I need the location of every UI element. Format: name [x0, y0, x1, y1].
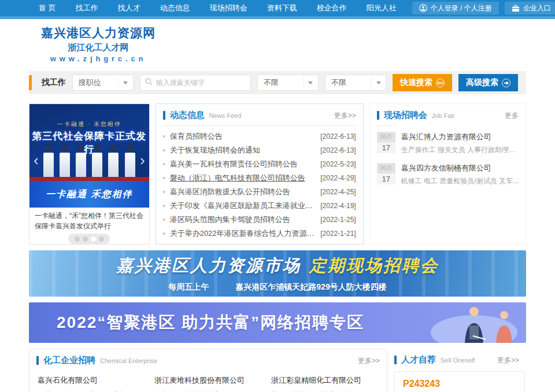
news-more-link[interactable]: 更多>> — [334, 111, 356, 121]
keyword-input-wrap — [140, 75, 251, 91]
banner2-illustration — [405, 302, 520, 343]
slide-banner-text: 一卡融通 禾您相伴 — [46, 188, 132, 201]
news-item[interactable]: 嘉兴美一瓦科技有限责任公司招聘公告 [2022-5-23] — [163, 157, 356, 171]
news-item-date: [2022-1-25] — [320, 216, 356, 224]
briefcase-icon — [512, 5, 520, 12]
carousel-dot[interactable] — [83, 236, 88, 242]
job-fair-subtitle: Job Fair — [432, 112, 505, 119]
chemical-title: 化工企业招聘 — [43, 355, 95, 366]
badge-day: 17 — [377, 173, 395, 184]
blue-accent-bar — [163, 111, 165, 120]
news-item-title: 关于恢复现场招聘会的通知 — [170, 145, 316, 156]
carousel-prev-arrow[interactable]: ‹ — [34, 153, 39, 168]
chemical-company[interactable]: 浙江彩皇精细化工有限公司 普工（制造科） 营业担当 — [271, 375, 379, 392]
news-item[interactable]: 关于举办2022年港区新春综合性人力资源暨春风... [2022-1-21] — [163, 227, 356, 241]
search-icon — [145, 77, 153, 88]
job-fair-more-link[interactable]: 更多 — [505, 111, 519, 121]
personal-login-button[interactable]: 个人登录 / 个人注册 — [412, 2, 499, 14]
job-fair-item[interactable]: 06月 17 嘉兴四方友信制桶有限公司 机修工 电工 质量检验员/测试员 叉车.… — [377, 163, 519, 186]
news-item-title: 关于印发《嘉兴港区鼓励新员工来港就业补助操作... — [170, 201, 316, 211]
chemical-company[interactable]: 嘉兴石化有限公司 工艺员 设备管理 门卫（残疾工） — [38, 375, 145, 392]
news-item-title: 关于举办2022年港区新春综合性人力资源暨春风... — [170, 228, 316, 239]
news-item-highlighted[interactable]: 磐动（浙江）电气科技有限公司招聘公告 [2022-4-29] — [163, 171, 356, 185]
search-bar: 找工作 搜职位 不限 不限 快速搜索 GO 高级搜索 ➜ — [29, 71, 526, 94]
banner1-schedule: 每周五上午 — [168, 282, 209, 293]
chemical-company[interactable]: 浙江麦堆科技股份有限公司 销售专员 会计 土建主管 — [154, 375, 262, 392]
filter-select-2[interactable]: 不限 — [325, 75, 386, 91]
slide-banner-strip: 一卡融通 禾您相伴 — [29, 181, 149, 208]
candidate-card[interactable]: P243243 男 ｜ 嘉兴市->嘉兴港区 ｜ 八年以上 — [394, 371, 525, 392]
search-category-value: 搜职位 — [73, 77, 118, 88]
advanced-search-button[interactable]: 高级搜索 ➜ — [458, 74, 518, 91]
chemical-company-grid: 嘉兴石化有限公司 工艺员 设备管理 门卫（残疾工） 浙江麦堆科技股份有限公司 销… — [29, 371, 387, 392]
self-rec-more-link[interactable]: 更多>> — [497, 356, 519, 365]
online-recruitment-banner[interactable]: 2022“智聚港区 助力共富”网络招聘专区 — [29, 302, 526, 343]
company-name[interactable]: 浙江彩皇精细化工有限公司 — [271, 375, 379, 386]
news-item-title: 港区码头范围内集卡驾驶员招聘公告 — [170, 215, 316, 225]
bullet-icon — [163, 191, 165, 193]
fair-company-name[interactable]: 嘉兴汇博人力资源有限公司 — [401, 132, 519, 142]
nav-news[interactable]: 动态信息 — [150, 3, 200, 13]
fair-company-jobs: 机修工 电工 质量检验员/测试员 叉车... — [401, 176, 519, 186]
news-item-date: [2022-5-23] — [320, 160, 356, 168]
nav-school-cooperation[interactable]: 校企合作 — [307, 3, 357, 13]
carousel-dots — [68, 234, 110, 244]
filter-select-1[interactable]: 不限 — [257, 75, 319, 91]
enterprise-entry-label: 企业入口 — [523, 3, 551, 13]
company-name[interactable]: 浙江麦堆科技股份有限公司 — [154, 375, 262, 386]
candidate-id[interactable]: P243243 — [403, 379, 516, 389]
nav-downloads[interactable]: 资料下载 — [257, 3, 307, 13]
site-logo[interactable]: 嘉兴港区人力资源网 浙江化工人才网 www.zjhgrc.cn — [32, 25, 165, 63]
search-section-label: 找工作 — [42, 77, 66, 88]
banner1-title-yellow: 定期现场招聘会 — [309, 254, 439, 278]
orange-accent-bar — [29, 75, 32, 90]
news-list: 保育员招聘公告 [2022-6-13] 关于恢复现场招聘会的通知 [2022-6… — [156, 126, 363, 241]
carousel-next-arrow[interactable]: › — [140, 153, 145, 168]
company-name[interactable]: 嘉兴石化有限公司 — [38, 375, 145, 386]
nav-find-job[interactable]: 找工作 — [66, 3, 108, 13]
news-item[interactable]: 关于印发《嘉兴港区鼓励新员工来港就业补助操作... [2022-4-19] — [163, 199, 356, 213]
job-fair-list: 06月 17 嘉兴汇博人力资源有限公司 生产操作工 报关文员 人事行政助理...… — [370, 126, 526, 194]
carousel-dot[interactable] — [75, 236, 80, 242]
self-rec-subtitle: Sell Oneself — [441, 357, 497, 364]
bullet-icon — [163, 163, 165, 165]
slide-tagline: 一卡融通 · 禾您相伴 — [29, 120, 149, 128]
chevron-down-icon — [118, 75, 133, 90]
nav-find-talent[interactable]: 找人才 — [108, 3, 150, 13]
carousel-dot[interactable] — [99, 236, 104, 242]
carousel-slide-image[interactable]: 一卡融通 · 禾您相伴 第三代社会保障卡正式发行 一卡融通 禾您相伴 — [29, 104, 149, 208]
bullet-icon — [163, 135, 165, 138]
nav-job-fair[interactable]: 现场招聘会 — [200, 3, 257, 13]
chemical-enterprise-panel: 化工企业招聘 Chemical Enterprise 更多>> 嘉兴石化有限公司… — [29, 349, 387, 392]
news-item[interactable]: 嘉兴港区消防救援大队公开招聘公告 [2022-4-25] — [163, 185, 356, 199]
filter-2-value: 不限 — [325, 77, 371, 88]
news-item-date: [2022-4-25] — [320, 188, 356, 196]
arrow-right-icon: ➜ — [502, 79, 510, 87]
news-item[interactable]: 关于恢复现场招聘会的通知 [2022-6-13] — [163, 143, 356, 157]
news-feed-header: 动态信息 News Feed 更多>> — [156, 104, 363, 125]
enterprise-entry-button[interactable]: 企业入口 — [505, 2, 555, 14]
fair-company-name[interactable]: 嘉兴四方友信制桶有限公司 — [401, 163, 519, 173]
keyword-input[interactable] — [156, 79, 246, 87]
site-header: 嘉兴港区人力资源网 浙江化工人才网 www.zjhgrc.cn — [29, 19, 526, 69]
news-item[interactable]: 港区码头范围内集卡驾驶员招聘公告 [2022-1-25] — [163, 213, 356, 227]
news-item[interactable]: 保育员招聘公告 [2022-6-13] — [163, 130, 356, 143]
logo-title: 嘉兴港区人力资源网 — [41, 25, 156, 41]
chemical-more-link[interactable]: 更多>> — [358, 356, 380, 366]
carousel-caption[interactable]: 一卡融通，“禾”您相伴！第三代社会保障卡嘉兴首发仪式举行 — [29, 208, 149, 231]
job-fair-panel: 现场招聘会 Job Fair 更多 06月 17 嘉兴汇博人力资源有限公司 生产… — [369, 103, 526, 245]
quick-search-button[interactable]: 快速搜索 GO — [393, 74, 452, 91]
nav-sunshine-hr[interactable]: 阳光人社 — [357, 3, 406, 13]
nav-home[interactable]: 首 页 — [29, 3, 66, 13]
news-item-date: [2022-6-13] — [320, 146, 356, 154]
bullet-icon — [163, 232, 165, 235]
job-fair-item[interactable]: 06月 17 嘉兴汇博人力资源有限公司 生产操作工 报关文员 人事行政助理... — [377, 132, 519, 155]
carousel-dot-active[interactable] — [91, 236, 96, 242]
slide-headline: 第三代社会保障卡正式发行 — [29, 130, 149, 156]
job-market-banner[interactable]: 嘉兴港区人力资源市场 定期现场招聘会 每周五上午 嘉兴港区乍浦镇天妃路929号人… — [29, 250, 526, 297]
logo-url: www.zjhgrc.cn — [50, 54, 147, 63]
main-nav: 首 页 找工作 找人才 动态信息 现场招聘会 资料下载 校企合作 阳光人社 — [29, 3, 406, 13]
date-badge: 06月 17 — [377, 163, 395, 186]
news-feed-panel: 动态信息 News Feed 更多>> 保育员招聘公告 [2022-6-13] … — [156, 103, 364, 245]
search-category-select[interactable]: 搜职位 — [72, 75, 134, 91]
